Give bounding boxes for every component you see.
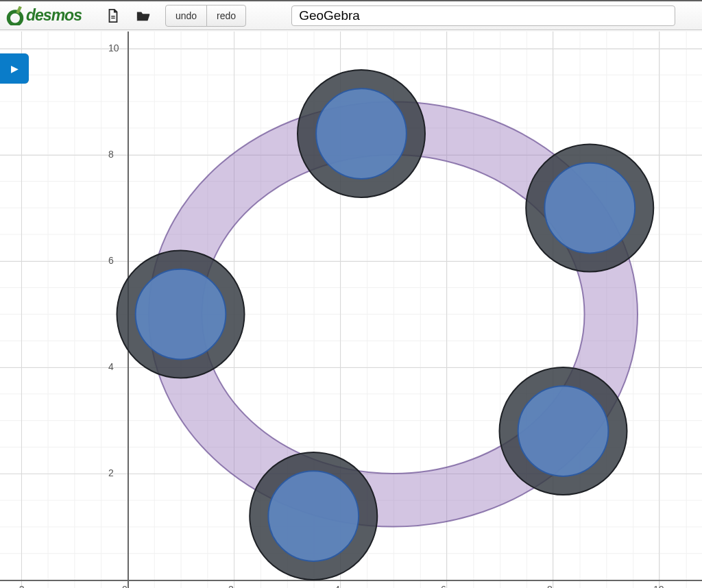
svg-rect-3 [111,17,115,18]
chevron-right-icon: ▶ [11,63,19,74]
open-folder-icon[interactable] [132,5,154,27]
undo-button[interactable]: undo [165,5,207,27]
undo-redo-group: undo redo [165,5,246,27]
y-tick-label: 4 [108,361,114,372]
y-tick-label: 2 [108,467,114,478]
new-document-icon[interactable] [102,5,124,27]
plot-dot[interactable] [526,145,653,272]
redo-button[interactable]: redo [206,5,246,27]
dot-inner-fill [518,386,609,476]
brand-logo: desmos [5,6,82,25]
plot-dot[interactable] [298,70,425,197]
dot-inner-fill [316,88,407,179]
plot-dot[interactable] [117,251,245,378]
x-tick-label: 4 [335,584,340,588]
svg-rect-2 [111,16,115,16]
x-tick-label: -2 [16,584,24,588]
svg-point-0 [8,11,21,24]
x-tick-label: 2 [228,584,234,588]
y-tick-label: 8 [108,149,114,160]
brand-name: desmos [26,6,82,25]
graph-title-input[interactable] [291,5,675,26]
y-tick-label: 6 [108,255,114,266]
graph-canvas[interactable]: -20246810246810 [0,32,702,588]
x-tick-label: 0 [122,584,128,588]
y-tick-label: 10 [108,42,119,53]
x-tick-label: 8 [547,584,553,588]
dot-inner-fill [268,471,359,561]
graph-objects [0,32,702,588]
dot-inner-fill [136,269,226,360]
logo-icon [5,6,25,25]
x-tick-label: 10 [653,584,664,588]
plot-dot[interactable] [500,367,627,495]
toolbar: desmos undo redo [0,0,702,30]
expand-sidebar-button[interactable]: ▶ [0,53,29,84]
dot-inner-fill [544,163,635,254]
x-tick-label: 6 [441,584,446,588]
plot-dot[interactable] [250,452,377,580]
